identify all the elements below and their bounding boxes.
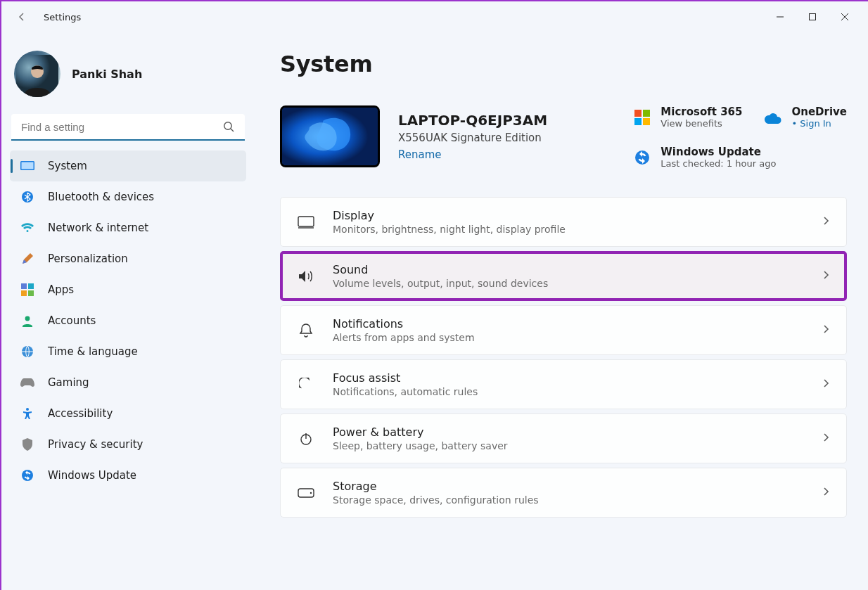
back-button[interactable]: [14, 9, 30, 25]
card-focus-assist[interactable]: Focus assist Notifications, automatic ru…: [280, 359, 847, 409]
device-block: LAPTOP-Q6EJP3AM X556UAK Signature Editio…: [280, 105, 607, 167]
sidebar-item-windows-update[interactable]: Windows Update: [10, 460, 246, 491]
sidebar-item-accessibility[interactable]: Accessibility: [10, 398, 246, 429]
network-icon: [20, 220, 35, 236]
card-title: Display: [333, 209, 804, 222]
card-title: Focus assist: [333, 371, 804, 385]
quicklink-sub[interactable]: Sign In: [791, 118, 847, 129]
bloom-wallpaper-icon: [282, 106, 378, 167]
card-sub: Volume levels, output, input, sound devi…: [333, 278, 804, 289]
card-sub: Monitors, brightness, night light, displ…: [333, 224, 804, 235]
card-title: Notifications: [333, 317, 804, 331]
sidebar-item-personalization[interactable]: Personalization: [10, 243, 246, 274]
sidebar-item-system[interactable]: System: [10, 150, 246, 181]
card-notifications[interactable]: Notifications Alerts from apps and syste…: [280, 305, 847, 355]
windows-update-icon: [20, 468, 35, 483]
sidebar-item-privacy[interactable]: Privacy & security: [10, 429, 246, 460]
chevron-right-icon: [821, 323, 831, 337]
titlebar: Settings: [1, 1, 868, 32]
sidebar-item-label: Bluetooth & devices: [48, 191, 154, 203]
sidebar-item-bluetooth[interactable]: Bluetooth & devices: [10, 181, 246, 212]
sidebar-item-label: Time & language: [48, 345, 138, 358]
svg-rect-20: [634, 110, 642, 117]
card-title: Power & battery: [333, 425, 804, 439]
card-sub: Sleep, battery usage, battery saver: [333, 440, 804, 451]
card-title: Storage: [333, 480, 804, 493]
sidebar-nav: System Bluetooth & devices Network & int…: [10, 150, 246, 491]
microsoft-365-icon: [632, 108, 652, 127]
minimize-icon: [776, 13, 784, 21]
arrow-left-icon: [16, 11, 27, 23]
sidebar-item-network[interactable]: Network & internet: [10, 212, 246, 243]
svg-rect-12: [28, 283, 34, 289]
svg-point-30: [310, 492, 312, 493]
svg-rect-25: [298, 217, 314, 226]
sidebar-item-apps[interactable]: Apps: [10, 274, 246, 305]
sidebar-item-label: Accounts: [48, 314, 96, 327]
sidebar-item-label: Apps: [48, 283, 74, 296]
profile-name: Panki Shah: [72, 68, 142, 81]
svg-rect-23: [643, 118, 650, 125]
avatar: [14, 51, 60, 97]
device-info-row: LAPTOP-Q6EJP3AM X556UAK Signature Editio…: [280, 105, 847, 169]
system-icon: [20, 158, 35, 174]
quicklink-sub: Last checked: 1 hour ago: [660, 158, 776, 169]
privacy-icon: [20, 437, 35, 452]
svg-point-6: [224, 122, 231, 129]
sidebar-item-label: Gaming: [48, 376, 89, 389]
bluetooth-icon: [20, 189, 35, 205]
sidebar-item-label: Personalization: [48, 252, 128, 265]
quicklink-microsoft-365[interactable]: Microsoft 365 View benefits: [632, 105, 742, 129]
avatar-image: [16, 55, 58, 97]
chevron-right-icon: [821, 215, 831, 229]
close-button[interactable]: [829, 6, 861, 28]
search-input[interactable]: [11, 114, 245, 141]
rename-link[interactable]: Rename: [398, 148, 547, 161]
sidebar-item-time-language[interactable]: Time & language: [10, 336, 246, 367]
maximize-button[interactable]: [796, 6, 829, 28]
quicklink-title: Microsoft 365: [660, 105, 742, 118]
card-sound[interactable]: Sound Volume levels, output, input, soun…: [280, 251, 847, 301]
sidebar-item-label: System: [48, 160, 87, 172]
quicklink-windows-update[interactable]: Windows Update Last checked: 1 hour ago: [632, 146, 776, 169]
quicklink-title: Windows Update: [660, 146, 776, 158]
sidebar-item-label: Privacy & security: [48, 438, 143, 451]
close-icon: [841, 13, 849, 21]
chevron-right-icon: [821, 486, 831, 499]
sidebar-item-gaming[interactable]: Gaming: [10, 367, 246, 398]
personalization-icon: [20, 251, 35, 267]
content-area: System LAPTOP-Q6EJP3AM X556UAK Signature…: [255, 32, 868, 590]
apps-icon: [20, 282, 35, 297]
time-language-icon: [20, 344, 35, 359]
settings-cards: Display Monitors, brightness, night ligh…: [280, 197, 847, 518]
sidebar-item-accounts[interactable]: Accounts: [10, 305, 246, 336]
device-thumbnail: [280, 105, 380, 167]
quicklink-onedrive[interactable]: OneDrive Sign In: [763, 105, 847, 129]
card-display[interactable]: Display Monitors, brightness, night ligh…: [280, 197, 847, 247]
onedrive-icon: [763, 108, 783, 127]
card-sub: Notifications, automatic rules: [333, 386, 804, 397]
card-storage[interactable]: Storage Storage space, drives, configura…: [280, 468, 847, 518]
maximize-icon: [808, 13, 817, 21]
profile-block[interactable]: Panki Shah: [10, 38, 246, 114]
card-power-battery[interactable]: Power & battery Sleep, battery usage, ba…: [280, 413, 847, 463]
search-icon: [222, 120, 235, 136]
svg-rect-14: [28, 290, 34, 296]
svg-rect-22: [634, 118, 642, 125]
card-sub: Storage space, drives, configuration rul…: [333, 494, 804, 506]
card-title: Sound: [333, 263, 804, 276]
svg-rect-11: [21, 283, 27, 289]
card-sub: Alerts from apps and system: [333, 332, 804, 343]
window-title: Settings: [44, 12, 81, 23]
device-name: LAPTOP-Q6EJP3AM: [398, 112, 547, 129]
svg-rect-1: [810, 14, 816, 20]
quick-links: Microsoft 365 View benefits OneDrive Sig…: [632, 105, 847, 169]
svg-point-17: [26, 408, 29, 411]
quicklink-title: OneDrive: [791, 105, 847, 118]
svg-rect-9: [22, 162, 34, 169]
gaming-icon: [20, 375, 35, 390]
minimize-button[interactable]: [764, 6, 796, 28]
page-title: System: [280, 51, 847, 77]
sidebar-item-label: Network & internet: [48, 222, 148, 234]
storage-icon: [296, 483, 316, 503]
